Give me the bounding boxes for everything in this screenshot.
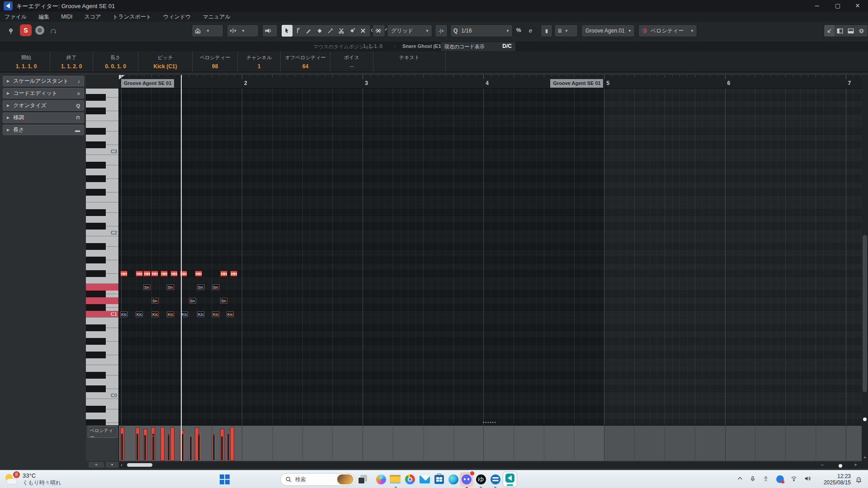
midi-note-C1[interactable]: Kic (197, 311, 204, 317)
info-field-0[interactable]: 開始1. 1. 1. 0 (3, 52, 50, 72)
piano-key-black[interactable] (86, 352, 119, 358)
controller-selector[interactable]: ベロシティー ▼ (638, 24, 697, 37)
trim-tool-button[interactable] (292, 25, 303, 37)
midi-note-F#1[interactable]: HH (120, 271, 127, 277)
piano-key-black[interactable] (86, 270, 119, 277)
piano-key-white[interactable] (86, 101, 119, 108)
midi-note-E1[interactable]: Sn (212, 284, 219, 290)
piano-key-white[interactable] (86, 379, 119, 385)
piano-key-white[interactable] (86, 399, 119, 406)
midi-input-dropdown[interactable]: ▼ (562, 29, 571, 33)
piano-key-white[interactable] (86, 345, 119, 352)
vzoom-in-icon[interactable]: + (863, 455, 866, 460)
midi-note-C1[interactable]: Kic (226, 311, 234, 317)
info-field-7[interactable]: ボイス─ (330, 52, 373, 72)
midi-note-E1[interactable]: Sn (167, 284, 174, 290)
tray-volume-icon[interactable] (804, 475, 811, 483)
vertical-scrollbar[interactable]: + (862, 75, 868, 468)
mute-tool-button[interactable] (358, 25, 368, 37)
glue-tool-button[interactable] (347, 25, 358, 37)
hscroll-thumb[interactable] (127, 463, 152, 467)
chord-display-box[interactable]: 現在のコード表示 D/C (441, 42, 515, 51)
midi-note-E1[interactable]: Sn (197, 284, 204, 290)
part-selector[interactable]: Groove Agen.01 ▼ (581, 24, 635, 37)
piano-key-white[interactable] (86, 284, 119, 291)
midi-note-E1[interactable]: Sn (143, 284, 151, 290)
piano-key-white[interactable] (86, 216, 119, 223)
piano-key-white[interactable] (86, 331, 119, 338)
lower-zone-toggle-icon[interactable] (845, 25, 856, 37)
velocity-bar[interactable] (144, 435, 146, 461)
lane-resize-handle[interactable]: •••••• (483, 422, 498, 423)
piano-key-white[interactable] (86, 318, 119, 324)
speaker-icon[interactable] (263, 25, 274, 37)
yu-app-icon[interactable]: ゆ (475, 473, 487, 486)
piano-key-black[interactable] (86, 141, 119, 148)
piano-key-white[interactable] (86, 365, 119, 372)
piano-key-black[interactable] (86, 257, 119, 263)
piano-key-white[interactable]: C1 (86, 311, 119, 318)
info-field-2[interactable]: 長さ0. 0. 1. 0 (93, 52, 138, 72)
menu-MIDI[interactable]: MIDI (61, 14, 72, 20)
piano-key-black[interactable] (86, 108, 119, 114)
microsoft-store-icon[interactable] (433, 473, 445, 486)
hzoom-in-icon[interactable]: + (854, 462, 857, 468)
midi-note-F#1[interactable]: HHC (170, 271, 178, 277)
controller-lane-menu-button[interactable]: ▼ (106, 462, 118, 468)
menu-トランスポート[interactable]: トランスポート (113, 13, 151, 21)
tray-notification-bell-icon[interactable]: z (855, 476, 862, 485)
length-quantize-button[interactable]: -|+ (435, 24, 448, 37)
midi-note-C1[interactable]: Kic (120, 311, 127, 317)
grid-type-select[interactable]: グリッド ▼ (387, 24, 432, 37)
info-field-8[interactable]: テキスト (373, 52, 446, 72)
record-in-editor-button[interactable] (35, 26, 44, 35)
autoscroll-dropdown[interactable]: ▼ (239, 29, 248, 33)
piano-key-black[interactable] (86, 243, 119, 250)
info-field-6[interactable]: オフベロシティー64 (281, 52, 330, 72)
solo-editor-button[interactable]: S (20, 24, 32, 36)
cubase-taskbar-active-box[interactable] (503, 472, 517, 487)
piano-key-white[interactable] (86, 89, 119, 94)
maximize-button[interactable]: ▢ (829, 0, 846, 12)
midi-note-C1[interactable]: Kic (167, 311, 174, 317)
midi-note-D1[interactable]: Sn (220, 298, 227, 304)
midi-note-C1[interactable]: Kic (181, 311, 188, 317)
menu-ウィンドウ[interactable]: ウィンドウ (163, 13, 191, 21)
snap-icon[interactable] (373, 25, 384, 37)
info-field-1[interactable]: 終了1. 1. 2. 0 (50, 52, 93, 72)
discord-active-background[interactable] (460, 472, 473, 487)
piano-key-black[interactable] (86, 209, 119, 216)
edge-icon[interactable] (447, 473, 460, 486)
setup-toolbar-gear-icon[interactable] (856, 25, 867, 37)
velocity-bar[interactable] (227, 433, 230, 461)
info-field-4[interactable]: ベロシティー98 (193, 52, 238, 72)
piano-key-white[interactable] (86, 169, 119, 175)
piano-key-white[interactable] (86, 135, 119, 141)
piano-key-white[interactable] (86, 263, 119, 270)
piano-key-black[interactable] (86, 128, 119, 135)
hzoom-out-icon[interactable]: − (821, 462, 824, 468)
menu-編集[interactable]: 編集 (38, 13, 49, 21)
piano-key-black[interactable] (86, 189, 119, 196)
ruler[interactable]: 234567Groove Agent SE 01Groove Agent SE … (119, 75, 862, 89)
velocity-bar[interactable] (221, 436, 223, 461)
draw-tool-button[interactable] (303, 25, 314, 37)
controller-lane-label[interactable]: ベロシティー (88, 426, 118, 438)
velocity-bar[interactable] (198, 435, 200, 461)
close-button[interactable]: ✕ (849, 0, 866, 12)
menu-マニュアル[interactable]: マニュアル (203, 13, 230, 21)
tray-clock[interactable]: 12:23 2025/08/15 (817, 473, 851, 486)
piano-key-black[interactable] (86, 304, 119, 311)
piano-key-white[interactable] (86, 155, 119, 162)
piano-key-black[interactable] (86, 175, 119, 182)
velocity-bar[interactable] (181, 433, 184, 461)
inspector-section-2[interactable]: ▶クオンタイズQ (3, 100, 84, 111)
tray-chevron-up-icon[interactable] (737, 475, 743, 483)
inspector-section-0[interactable]: ▶スケールアシスタント♪ (3, 76, 84, 86)
pin-icon[interactable] (5, 25, 16, 37)
vscroll-thumb[interactable] (863, 235, 867, 392)
vzoom-slider[interactable] (863, 418, 867, 421)
velocity-bar-selected[interactable] (170, 427, 175, 461)
piano-key-white[interactable] (86, 114, 119, 121)
piano-key-black[interactable] (86, 94, 119, 101)
